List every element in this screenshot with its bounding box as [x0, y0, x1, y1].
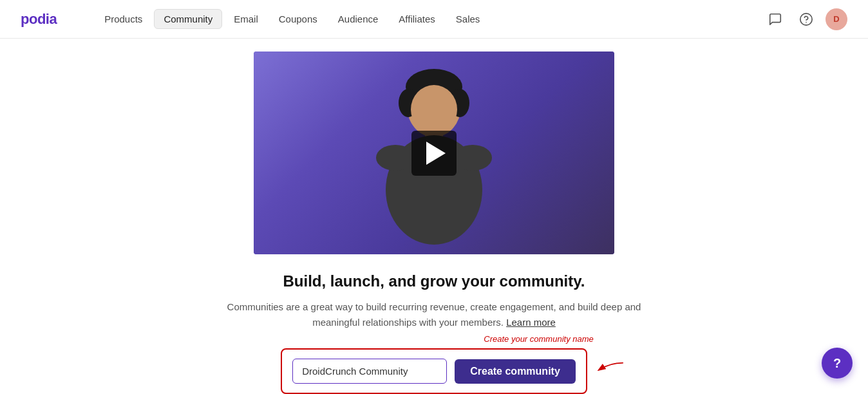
- nav-email[interactable]: Email: [225, 10, 267, 28]
- logo[interactable]: podia: [21, 11, 57, 28]
- help-button[interactable]: [795, 8, 818, 31]
- learn-more-link[interactable]: Learn more: [506, 317, 556, 328]
- headline: Build, launch, and grow your community.: [283, 272, 585, 290]
- help-fab[interactable]: ?: [822, 348, 853, 379]
- chat-icon: [768, 12, 782, 26]
- video-player[interactable]: [254, 52, 614, 254]
- arrow-hint: [594, 359, 626, 378]
- subtext: Communities are a great way to build rec…: [215, 299, 653, 330]
- help-icon: [799, 12, 813, 26]
- nav-products[interactable]: Products: [95, 10, 151, 28]
- create-community-button[interactable]: Create community: [455, 359, 576, 384]
- navbar: podia Products Community Email Coupons A…: [0, 0, 868, 39]
- nav-links: Products Community Email Coupons Audienc…: [95, 9, 764, 29]
- nav-affiliates[interactable]: Affiliates: [390, 10, 444, 28]
- nav-coupons[interactable]: Coupons: [270, 10, 326, 28]
- messages-button[interactable]: [764, 8, 787, 31]
- nav-sales[interactable]: Sales: [447, 10, 489, 28]
- nav-audience[interactable]: Audience: [329, 10, 388, 28]
- play-button[interactable]: [411, 131, 457, 176]
- play-triangle-icon: [426, 142, 446, 165]
- avatar[interactable]: D: [826, 8, 847, 30]
- form-box: Create community: [281, 348, 587, 394]
- nav-community[interactable]: Community: [154, 9, 222, 29]
- form-wrapper: Create your community name Create commun…: [281, 348, 587, 394]
- svg-point-0: [800, 13, 812, 24]
- form-hint: Create your community name: [484, 334, 594, 344]
- play-overlay: [254, 52, 614, 254]
- community-name-input[interactable]: [292, 359, 447, 384]
- arrow-icon: [594, 359, 626, 378]
- main-content: Build, launch, and grow your community. …: [0, 39, 868, 394]
- nav-right: D: [764, 8, 847, 31]
